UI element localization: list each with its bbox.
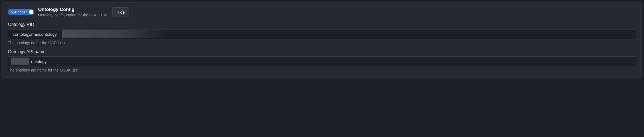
ontology-config-panel: overridden Ontology Config Ontology conf…: [2, 2, 642, 78]
config-header: overridden Ontology Config Ontology conf…: [8, 7, 636, 17]
ontology-api-name-help: The ontology api name for the OSDK use: [8, 68, 636, 72]
override-toggle[interactable]: overridden: [8, 9, 34, 15]
toggle-knob-icon: [29, 10, 33, 14]
hide-button[interactable]: Hide: [112, 7, 129, 17]
ontology-rid-field: Ontology RID The ontology rid for the OS…: [8, 22, 636, 45]
panel-title: Ontology Config: [38, 7, 107, 12]
ontology-rid-help: The ontology rid for the OSDK use: [8, 41, 636, 45]
ontology-api-name-field: Ontology API name -ontology The ontology…: [8, 49, 636, 72]
title-block: Ontology Config Ontology configuration f…: [38, 7, 107, 17]
override-toggle-label: overridden: [11, 10, 27, 14]
ontology-rid-input[interactable]: [8, 29, 636, 39]
panel-subtitle: Ontology configuration for the OSDK use: [38, 13, 107, 17]
ontology-api-name-input[interactable]: [8, 56, 636, 66]
ontology-rid-input-wrap: [8, 29, 636, 39]
ontology-api-name-input-wrap: -ontology: [8, 56, 636, 66]
ontology-rid-label: Ontology RID: [8, 22, 636, 27]
ontology-api-name-label: Ontology API name: [8, 49, 636, 54]
